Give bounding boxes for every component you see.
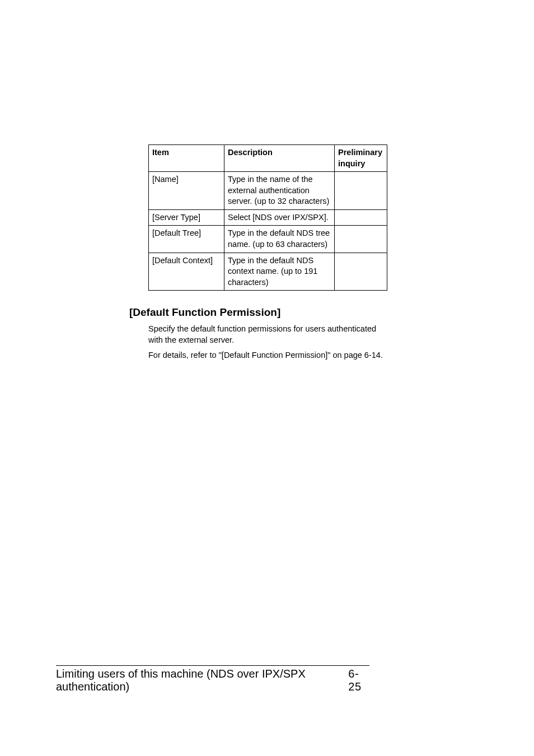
footer-page-number: 6-25 (348, 668, 369, 693)
footer-title: Limiting users of this machine (NDS over… (56, 668, 348, 693)
cell-desc: Type in the default NDS tree name. (up t… (224, 226, 335, 253)
page-footer: Limiting users of this machine (NDS over… (56, 665, 478, 693)
table-row: [Default Context] Type in the default ND… (149, 253, 387, 291)
header-preliminary: Preliminary inquiry (335, 145, 387, 172)
section-heading: [Default Function Permission] (129, 306, 387, 319)
cell-inq (335, 172, 387, 210)
header-item: Item (149, 145, 224, 172)
table-row: [Default Tree] Type in the default NDS t… (149, 226, 387, 253)
paragraph: Specify the default function permissions… (148, 323, 387, 346)
cell-item: [Server Type] (149, 209, 224, 226)
table-row: [Name] Type in the name of the external … (149, 172, 387, 210)
cell-desc: Type in the name of the external authent… (224, 172, 335, 210)
cell-item: [Name] (149, 172, 224, 210)
cell-desc: Select [NDS over IPX/SPX]. (224, 209, 335, 226)
main-content: Item Description Preliminary inquiry [Na… (148, 144, 387, 364)
cell-inq (335, 253, 387, 291)
table-header-row: Item Description Preliminary inquiry (149, 145, 387, 172)
page: Item Description Preliminary inquiry [Na… (0, 0, 534, 756)
header-description: Description (224, 145, 335, 172)
footer-rule (56, 665, 369, 666)
paragraph: For details, refer to "[Default Function… (148, 349, 387, 361)
cell-item: [Default Tree] (149, 226, 224, 253)
table-row: [Server Type] Select [NDS over IPX/SPX]. (149, 209, 387, 226)
cell-item: [Default Context] (149, 253, 224, 291)
footer-line: Limiting users of this machine (NDS over… (56, 668, 369, 693)
cell-desc: Type in the default NDS context name. (u… (224, 253, 335, 291)
cell-inq (335, 209, 387, 226)
settings-table: Item Description Preliminary inquiry [Na… (148, 144, 387, 291)
cell-inq (335, 226, 387, 253)
